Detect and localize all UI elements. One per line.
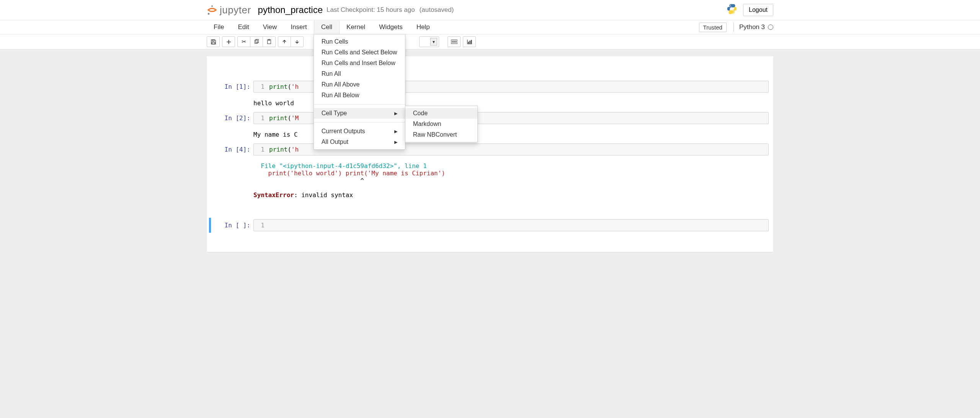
input-prompt: In [1]: (211, 81, 253, 93)
svg-rect-21 (468, 42, 469, 44)
menu-view[interactable]: View (256, 20, 284, 34)
menu-divider (314, 104, 405, 104)
save-button[interactable] (207, 36, 220, 47)
menu-cell-type[interactable]: Cell Type▶ (314, 108, 405, 119)
menu-run-all[interactable]: Run All (314, 69, 405, 79)
stdout-text: My name is C (253, 129, 298, 138)
input-prompt: In [4]: (211, 144, 253, 155)
cut-button[interactable]: ✂ (237, 36, 250, 47)
celltype-submenu: Code Markdown Raw NBConvert (405, 106, 478, 142)
logout-button[interactable]: Logout (743, 4, 773, 16)
output-area: hello world (209, 96, 771, 111)
python-logo-icon (726, 3, 738, 17)
chevron-right-icon: ▶ (394, 111, 397, 116)
menu-run-all-above[interactable]: Run All Above (314, 79, 405, 90)
celltype-code[interactable]: Code (405, 108, 477, 119)
notebook-container: In [1]: 1 print('h hello world In [2]: 1… (207, 56, 773, 252)
menu-current-outputs[interactable]: Current Outputs▶ (314, 126, 405, 137)
cell-dropdown: Run Cells Run Cells and Select Below Run… (314, 34, 405, 150)
jupyter-logo[interactable]: jupyter (207, 4, 251, 16)
menubar: File Edit View Insert Cell Kernel Widget… (0, 20, 980, 34)
menu-items: File Edit View Insert Cell Kernel Widget… (207, 20, 437, 34)
menu-divider (314, 122, 405, 122)
page-body: In [1]: 1 print('h hello world In [2]: 1… (0, 49, 980, 418)
menu-run-cells[interactable]: Run Cells (314, 36, 405, 47)
header: jupyter python_practice Last Checkpoint:… (0, 0, 980, 20)
input-prompt: In [ ]: (211, 219, 253, 231)
svg-point-0 (211, 5, 213, 7)
menu-insert[interactable]: Insert (284, 20, 314, 34)
celltype-select[interactable]: ▼ (419, 36, 439, 47)
traceback: File "<ipython-input-4-d1c59afd6d32>", l… (253, 160, 445, 199)
code-cell[interactable]: In [1]: 1 print('h (209, 79, 771, 94)
line-number: 1 (254, 83, 268, 90)
add-cell-button[interactable] (222, 36, 235, 47)
menu-help[interactable]: Help (410, 20, 437, 34)
notebook-name[interactable]: python_practice (258, 5, 323, 15)
trusted-indicator[interactable]: Trusted (699, 23, 727, 32)
output-area: File "<ipython-input-4-d1c59afd6d32>", l… (209, 159, 771, 202)
chevron-right-icon: ▶ (394, 140, 397, 145)
toolbar: ✂ ▼ (0, 34, 980, 49)
line-number: 1 (254, 114, 268, 122)
input-prompt: In [2]: (211, 112, 253, 124)
menu-all-output[interactable]: All Output▶ (314, 137, 405, 147)
line-number: 1 (254, 222, 268, 229)
checkpoint-status: Last Checkpoint: 15 hours ago (327, 6, 415, 14)
kernel-name: Python 3 (739, 23, 765, 31)
move-up-button[interactable] (278, 36, 291, 47)
kernel-indicator[interactable]: Python 3 (733, 23, 773, 32)
svg-rect-5 (212, 42, 215, 44)
menu-kernel[interactable]: Kernel (340, 20, 372, 34)
menu-widgets[interactable]: Widgets (372, 20, 409, 34)
kernel-status-icon (768, 24, 773, 30)
jupyter-logo-icon (207, 5, 217, 15)
menu-cell[interactable]: Cell (314, 20, 340, 34)
move-down-button[interactable] (291, 36, 304, 47)
svg-point-2 (730, 5, 731, 6)
logo-text: jupyter (220, 4, 251, 16)
celltype-raw-nbconvert[interactable]: Raw NBConvert (405, 129, 477, 140)
menu-run-cells-insert-below[interactable]: Run Cells and Insert Below (314, 58, 405, 69)
svg-rect-23 (471, 40, 472, 43)
menu-run-all-below[interactable]: Run All Below (314, 90, 405, 101)
chevron-down-icon: ▼ (430, 38, 437, 46)
menu-run-cells-select-below[interactable]: Run Cells and Select Below (314, 47, 405, 58)
autosave-status: (autosaved) (420, 6, 454, 14)
menu-edit[interactable]: Edit (231, 20, 256, 34)
svg-point-3 (733, 11, 734, 12)
code-cell[interactable]: In [2]: 1 print('M (209, 111, 771, 126)
svg-rect-22 (469, 41, 470, 44)
output-area: My name is C (209, 128, 771, 142)
celltype-markdown[interactable]: Markdown (405, 119, 477, 129)
command-palette-button[interactable] (448, 36, 461, 47)
scissors-icon: ✂ (242, 38, 247, 45)
copy-button[interactable] (250, 36, 263, 47)
svg-point-1 (208, 13, 210, 15)
chevron-right-icon: ▶ (394, 129, 397, 134)
menu-file[interactable]: File (207, 20, 231, 34)
code-cell[interactable]: In [4]: 1 print('h (209, 142, 771, 157)
chart-button[interactable] (463, 36, 476, 47)
stdout-text: hello world (253, 97, 294, 107)
paste-button[interactable] (263, 36, 276, 47)
code-input[interactable]: 1 (253, 219, 769, 231)
svg-rect-4 (212, 39, 214, 41)
code-cell-selected[interactable]: In [ ]: 1 (209, 218, 771, 233)
line-number: 1 (254, 146, 268, 153)
